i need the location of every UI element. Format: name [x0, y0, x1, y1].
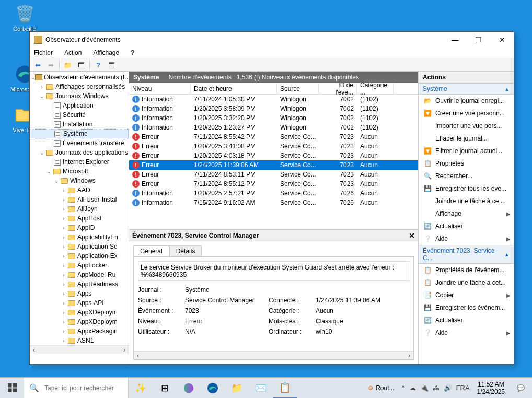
action-item[interactable]: 📂Ouvrir le journal enregi...: [419, 95, 514, 107]
expander-icon[interactable]: ›: [60, 216, 67, 221]
tree-log-application[interactable]: Application: [30, 101, 129, 110]
tree-folder-aad[interactable]: ›AAD: [30, 185, 129, 195]
action-item[interactable]: 🔄Actualiser: [419, 314, 514, 326]
toolbar-btn-2[interactable]: 🗔: [75, 59, 87, 71]
menu-action[interactable]: Action: [62, 48, 84, 57]
taskbar-app-1[interactable]: ✨: [129, 378, 153, 399]
expander-icon[interactable]: ›: [60, 310, 67, 315]
action-item[interactable]: 💾Enregistrer tous les évé...: [419, 182, 514, 195]
event-row[interactable]: !Erreur1/20/2025 4:03:18 PMService Co...…: [129, 151, 418, 160]
col-level[interactable]: Niveau: [129, 83, 191, 94]
expander-icon[interactable]: ›: [60, 253, 67, 259]
event-row[interactable]: !Erreur7/11/2024 8:55:12 PMService Co...…: [129, 179, 418, 189]
tree-folder-appxdeploym[interactable]: ›AppXDeploym: [30, 317, 129, 326]
scroll-right-icon[interactable]: ›: [405, 352, 413, 359]
tree-log-événements transféré[interactable]: Événements transféré: [30, 138, 129, 148]
tree-folder-alljoyn[interactable]: ›AllJoyn: [30, 204, 129, 214]
tree-folder-application-ex[interactable]: ›Application-Ex: [30, 251, 129, 261]
action-item[interactable]: 🔍Rechercher...: [419, 170, 514, 182]
expander-icon[interactable]: ›: [60, 244, 67, 250]
menu-file[interactable]: Fichier: [32, 48, 55, 57]
taskbar-search[interactable]: 🔍 Taper ici pour rechercher: [24, 378, 129, 399]
scroll-left-icon[interactable]: ‹: [134, 352, 142, 359]
action-item[interactable]: Effacer le journal...: [419, 132, 514, 145]
event-row[interactable]: iInformation1/20/2025 2:57:21 PMService …: [129, 189, 418, 198]
tree-ie[interactable]: Internet Explorer: [30, 157, 129, 167]
col-category[interactable]: Catégorie ...: [357, 83, 394, 94]
taskbar-edge[interactable]: [201, 378, 225, 399]
tree-pane[interactable]: ⌄ Observateur d'événements (L... › Affic…: [30, 72, 129, 364]
tray-volume-icon[interactable]: 🔊: [444, 384, 452, 392]
tab-general[interactable]: Général: [133, 245, 169, 256]
action-item[interactable]: ❔Aide▶: [419, 326, 514, 339]
tree-folder-appxdeploym[interactable]: ›AppXDeploym: [30, 308, 129, 317]
tree-folder-all-user-instal[interactable]: ›All-User-Instal: [30, 195, 129, 204]
taskbar-mail[interactable]: ✉️: [249, 378, 273, 399]
event-row[interactable]: iInformation7/15/2024 9:16:02 AMService …: [129, 198, 418, 207]
event-row[interactable]: iInformation7/11/2024 1:05:30 PMWinlogon…: [129, 95, 418, 104]
expander-icon[interactable]: ›: [60, 225, 67, 231]
tray-language[interactable]: FRA: [456, 384, 470, 392]
tree-windows-logs[interactable]: ⌄ Journaux Windows: [30, 91, 129, 101]
expander-icon[interactable]: ›: [60, 319, 67, 325]
action-item[interactable]: Importer une vue pers...: [419, 120, 514, 132]
tree-microsoft[interactable]: ⌄ Microsoft: [30, 167, 129, 176]
expander-icon[interactable]: ⌄: [45, 169, 53, 174]
titlebar[interactable]: Observateur d'événements ― ☐ ✕: [30, 32, 514, 48]
expander-icon[interactable]: ⌄: [53, 178, 60, 184]
toolbar-btn-1[interactable]: 📁: [62, 59, 74, 71]
action-item[interactable]: 📋Propriétés de l'événem...: [419, 264, 514, 276]
expander-icon[interactable]: ›: [60, 206, 67, 212]
action-item[interactable]: Joindre une tâche à ce ...: [419, 195, 514, 207]
action-item[interactable]: ❔Aide▶: [419, 232, 514, 245]
tree-log-installation[interactable]: Installation: [30, 120, 129, 129]
event-row[interactable]: !Erreur7/11/2024 8:53:11 PMService Co...…: [129, 170, 418, 179]
list-body[interactable]: iInformation7/11/2024 1:05:30 PMWinlogon…: [129, 95, 418, 229]
taskbar-copilot[interactable]: [177, 378, 201, 399]
expander-icon[interactable]: ⌄: [38, 150, 45, 156]
action-item[interactable]: 🔽Créer une vue personn...: [419, 107, 514, 120]
tree-folder-application se[interactable]: ›Application Se: [30, 242, 129, 251]
notification-button[interactable]: 💬: [509, 378, 532, 399]
event-row[interactable]: !Erreur1/20/2025 3:41:08 PMService Co...…: [129, 142, 418, 151]
expander-icon[interactable]: ›: [60, 235, 67, 240]
expander-icon[interactable]: ›: [60, 197, 67, 203]
toolbar-help[interactable]: ?: [92, 59, 104, 71]
action-item[interactable]: 🔄Actualiser: [419, 220, 514, 232]
expander-icon[interactable]: ›: [60, 188, 67, 193]
event-row[interactable]: iInformation1/20/2025 3:58:09 PMWinlogon…: [129, 104, 418, 113]
event-row[interactable]: iInformation1/20/2025 1:23:27 PMWinlogon…: [129, 123, 418, 132]
detail-close-button[interactable]: ✕: [409, 231, 415, 240]
toolbar-btn-3[interactable]: 🗔: [106, 59, 117, 71]
taskbar-clock[interactable]: 11:52 AM 1/24/2025: [473, 381, 509, 395]
tree-folder-apps[interactable]: ›Apps: [30, 289, 129, 298]
tree-hscroll[interactable]: ‹ ›: [30, 345, 129, 354]
menu-help[interactable]: ?: [129, 48, 136, 57]
taskview-button[interactable]: ⊞: [153, 378, 177, 399]
tab-details[interactable]: Détails: [169, 245, 202, 256]
expander-icon[interactable]: ›: [60, 338, 67, 344]
tree-custom-views[interactable]: › Affichages personnalisés: [30, 82, 129, 91]
expander-icon[interactable]: ›: [60, 272, 67, 278]
col-eventid[interactable]: ID de l'évé...: [319, 83, 357, 94]
tray-network-icon[interactable]: 🖧: [433, 384, 440, 392]
tree-log-sécurité[interactable]: Sécurité: [30, 110, 129, 120]
taskbar-eventviewer[interactable]: 📋: [273, 378, 297, 399]
expander-icon[interactable]: ›: [60, 282, 67, 287]
tree-folder-apphost[interactable]: ›AppHost: [30, 214, 129, 223]
detail-hscroll[interactable]: ‹ ›: [134, 351, 413, 359]
action-item[interactable]: 📋Joindre une tâche à cet...: [419, 276, 514, 289]
tree-windows[interactable]: ⌄ Windows: [30, 176, 129, 185]
actions-section-header[interactable]: Système▲: [419, 83, 514, 95]
forward-button[interactable]: ➡: [45, 59, 56, 71]
tray-cloud-icon[interactable]: ☁: [409, 384, 416, 392]
start-button[interactable]: [0, 378, 24, 399]
back-button[interactable]: ⬅: [32, 59, 43, 71]
tree-folder-applicabilityen[interactable]: ›ApplicabilityEn: [30, 232, 129, 242]
tree-folder-applocker[interactable]: ›AppLocker: [30, 261, 129, 270]
expander-icon[interactable]: ⌄: [38, 93, 45, 99]
minimize-button[interactable]: ―: [443, 32, 467, 48]
action-item[interactable]: 📋Propriétés: [419, 157, 514, 170]
expander-icon[interactable]: ⌄: [31, 75, 35, 80]
expander-icon[interactable]: ›: [60, 263, 67, 268]
